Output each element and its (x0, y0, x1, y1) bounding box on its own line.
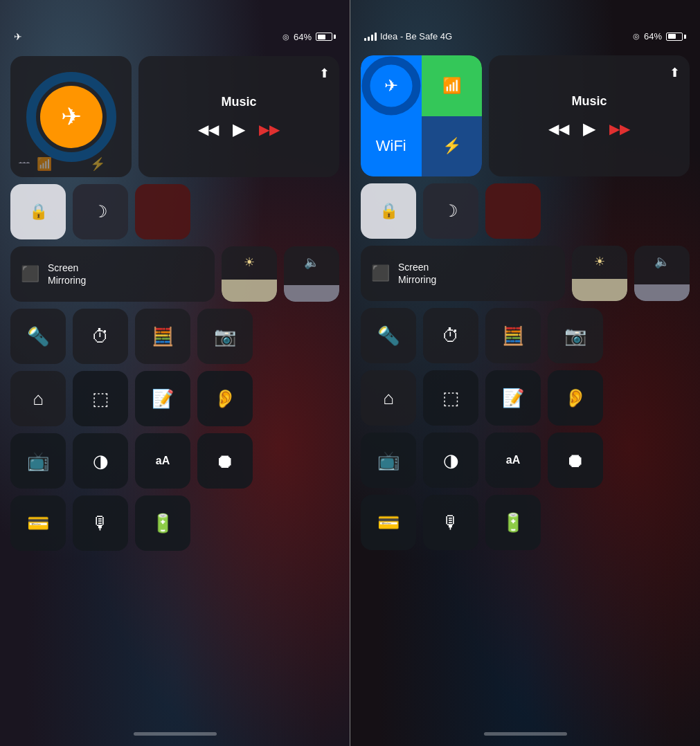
right-screen-record-button[interactable]: ⏺ (548, 433, 603, 488)
camera-button[interactable]: 📷 (197, 309, 253, 364)
grayscale-icon: ◑ (93, 451, 109, 472)
qr-icon: ⬚ (92, 388, 109, 410)
right-rotation-icon: 🔒 (379, 202, 398, 220)
brightness-fill (222, 280, 277, 302)
right-wallet-button[interactable]: 💳 (361, 495, 416, 550)
left-top-row: ✈ ⋯ 📶 ⚡ ⬆ Music ◀◀ ▶ ▶▶ (10, 56, 339, 177)
airplay-icon[interactable]: ⬆ (319, 66, 330, 81)
right-battery-widget-button[interactable]: 🔋 (485, 495, 541, 550)
signal-bar-2 (368, 37, 370, 41)
carrier-label: Idea - Be Safe 4G (380, 31, 452, 42)
right-camera-icon: 📷 (564, 325, 586, 347)
right-airplane-button[interactable]: ✈ (361, 55, 422, 116)
rotation-lock-button[interactable]: 🔒 (10, 184, 66, 239)
right-screen-mirror-label: ScreenMirroring (398, 261, 436, 286)
right-volume-icon: 🔈 (654, 254, 670, 269)
right-calculator-button[interactable]: 🧮 (485, 308, 541, 363)
right-brightness-icon: ☀ (594, 254, 605, 269)
next-button[interactable]: ▶▶ (259, 121, 280, 138)
right-music-block: ⬆ Music ◀◀ ▶ ▶▶ (489, 55, 690, 176)
qr-button[interactable]: ⬚ (73, 371, 128, 426)
right-calculator-icon: 🧮 (502, 325, 524, 347)
screen-mirror-icon: ⬛ (21, 265, 39, 283)
moon-icon: ☽ (93, 202, 108, 221)
right-voice-memo-button[interactable]: 🎙 (423, 495, 478, 550)
right-location-icon: ◎ (633, 32, 640, 41)
voice-icon: 🎙 (91, 513, 109, 534)
right-play-button[interactable]: ▶ (583, 119, 595, 138)
left-home-indicator (134, 732, 217, 736)
right-battery-percent: 64% (644, 31, 662, 42)
right-timer-button[interactable]: ⏱ (423, 308, 478, 363)
remote-icon: 📺 (27, 451, 49, 472)
wallet-button[interactable]: 💳 (10, 495, 66, 551)
right-airplane-icon: ✈ (384, 76, 398, 95)
camera-icon: 📷 (214, 326, 236, 347)
right-wifi-button[interactable]: WiFi (361, 116, 422, 177)
right-screen-mirroring-button[interactable]: ⬛ ScreenMirroring (361, 246, 565, 301)
right-status-left: Idea - Be Safe 4G (364, 31, 452, 42)
screen-record-button[interactable]: ⏺ (197, 433, 253, 489)
right-remote-button[interactable]: 📺 (361, 433, 416, 488)
right-rotation-lock-button[interactable]: 🔒 (361, 183, 416, 239)
right-cellular-button[interactable]: 📶 (422, 55, 483, 116)
left-icon-row-3: 📺 ◑ aA ⏺ (10, 433, 339, 489)
airplane-mode-icon: ✈ (14, 31, 22, 42)
left-third-row: ⬛ ScreenMirroring ☀ 🔈 (10, 246, 339, 302)
text-size-button[interactable]: aA (135, 433, 190, 489)
hearing-button[interactable]: 👂 (197, 371, 253, 426)
battery-widget-button[interactable]: 🔋 (135, 495, 190, 551)
right-do-not-disturb-button[interactable]: ☽ (423, 183, 478, 239)
volume-slider[interactable]: 🔈 (284, 246, 339, 302)
right-brightness-slider[interactable]: ☀ (572, 246, 627, 301)
home-button[interactable]: ⌂ (10, 371, 66, 426)
right-airplay-icon[interactable]: ⬆ (670, 65, 680, 80)
right-bluetooth-button[interactable]: ⚡ (422, 116, 483, 177)
right-grayscale-button[interactable]: ◑ (423, 433, 478, 488)
remote-button[interactable]: 📺 (10, 433, 66, 489)
signal-bar-4 (375, 33, 377, 41)
calculator-button[interactable]: 🧮 (135, 309, 190, 364)
airplane-button[interactable]: ✈ (40, 86, 102, 148)
right-notes-icon: 📝 (502, 388, 524, 409)
right-qr-button[interactable]: ⬚ (423, 370, 478, 426)
right-flashlight-button[interactable]: 🔦 (361, 308, 416, 363)
right-notes-button[interactable]: 📝 (485, 370, 541, 426)
right-hearing-button[interactable]: 👂 (548, 370, 603, 426)
screen-mirroring-button[interactable]: ⬛ ScreenMirroring (10, 246, 215, 302)
right-hearing-icon: 👂 (564, 388, 586, 409)
right-next-button[interactable]: ▶▶ (609, 120, 630, 137)
play-button[interactable]: ▶ (233, 120, 245, 139)
calculator-icon: 🧮 (152, 326, 174, 347)
right-home-button[interactable]: ⌂ (361, 370, 416, 426)
left-music-block: ⬆ Music ◀◀ ▶ ▶▶ (138, 56, 339, 177)
do-not-disturb-button[interactable]: ☽ (73, 184, 128, 239)
brightness-slider[interactable]: ☀ (222, 246, 277, 302)
right-icon-row-3: 📺 ◑ aA ⏺ (361, 433, 690, 488)
left-music-controls: ◀◀ ▶ ▶▶ (198, 120, 280, 139)
right-moon-icon: ☽ (443, 201, 458, 221)
right-timer-icon: ⏱ (442, 325, 460, 347)
right-top-row: ✈ 📶 WiFi ⚡ ⬆ Music ◀◀ ▶ ▶▶ (361, 55, 690, 176)
left-icon-row-1: 🔦 ⏱ 🧮 📷 (10, 309, 339, 364)
right-camera-button[interactable]: 📷 (548, 308, 603, 363)
flashlight-button[interactable]: 🔦 (10, 309, 66, 364)
left-connectivity-block[interactable]: ✈ ⋯ 📶 ⚡ (10, 56, 132, 177)
right-volume-slider[interactable]: 🔈 (634, 246, 690, 301)
right-text-size-icon: aA (506, 454, 520, 466)
grayscale-button[interactable]: ◑ (73, 433, 128, 489)
right-prev-button[interactable]: ◀◀ (548, 120, 569, 137)
battery-percent: 64% (294, 32, 312, 42)
left-last-row: 💳 🎙 🔋 (10, 495, 339, 551)
notes-button[interactable]: 📝 (135, 371, 190, 426)
right-battery2-icon: 🔋 (502, 512, 524, 534)
right-flashlight-icon: 🔦 (377, 325, 400, 347)
left-cc: ✈ ⋯ 📶 ⚡ ⬆ Music ◀◀ ▶ ▶▶ (0, 49, 350, 572)
timer-button[interactable]: ⏱ (73, 309, 128, 364)
text-size-icon: aA (156, 455, 170, 467)
right-text-size-button[interactable]: aA (485, 433, 541, 488)
right-cc: ✈ 📶 WiFi ⚡ ⬆ Music ◀◀ ▶ ▶▶ (350, 48, 700, 571)
prev-button[interactable]: ◀◀ (198, 121, 219, 138)
right-record-icon: ⏺ (566, 449, 585, 472)
voice-memo-button[interactable]: 🎙 (73, 495, 128, 551)
